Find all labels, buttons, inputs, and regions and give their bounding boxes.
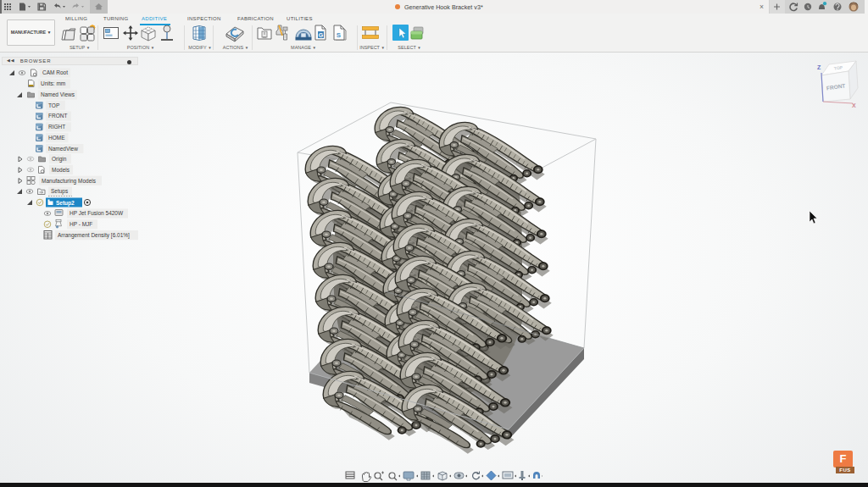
svg-text:G: G [319,32,324,38]
svg-text:CAM Root: CAM Root [42,69,68,75]
svg-text:Generative Hook Bracket v3*: Generative Hook Bracket v3* [404,3,483,11]
svg-text:Arrangement Density [6.01%]: Arrangement Density [6.01%] [58,232,130,239]
svg-text:X: X [852,102,856,108]
svg-text:S: S [337,31,342,39]
svg-text:Manufacturing Models: Manufacturing Models [42,178,97,185]
svg-text:Named Views: Named Views [41,91,75,97]
svg-text:HOME: HOME [48,135,65,141]
svg-text:×: × [760,3,764,11]
svg-text:HP - MJF: HP - MJF [70,221,92,227]
svg-text:NamedView: NamedView [48,146,78,152]
svg-text:RIGHT: RIGHT [48,124,65,130]
svg-text:FRONT: FRONT [48,113,67,119]
svg-text:Origin: Origin [52,156,67,163]
svg-text:Models: Models [52,167,70,173]
svg-text:HP Jet Fusion 5420W: HP Jet Fusion 5420W [70,210,124,216]
svg-text:Z: Z [817,64,821,70]
svg-text:Setup2: Setup2 [56,200,75,207]
svg-text:TOP: TOP [48,102,59,108]
svg-text:Setups: Setups [51,188,69,195]
svg-text:Units: mm: Units: mm [41,80,65,86]
